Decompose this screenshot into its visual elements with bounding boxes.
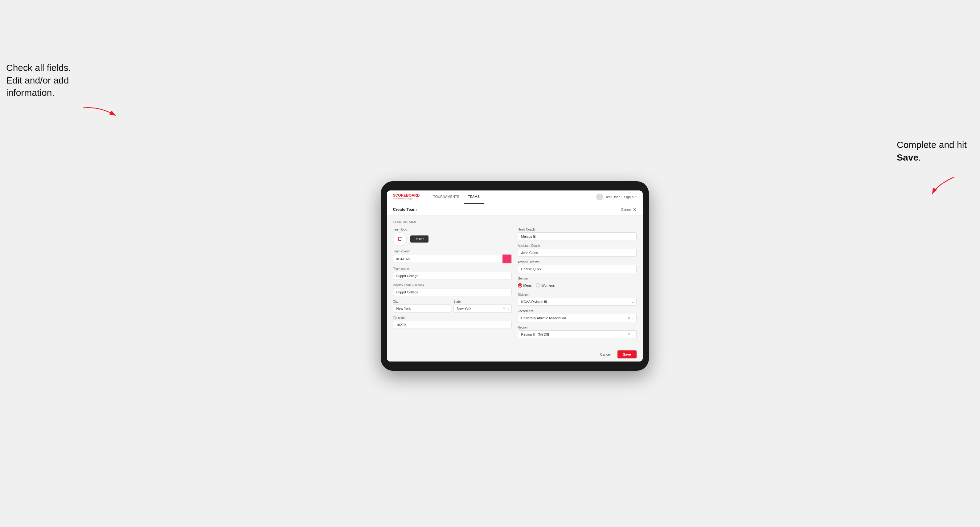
nav-bar: SCOREBOARD Powered by clippd TOURNAMENTS… <box>387 190 643 204</box>
womens-label: Womens <box>541 284 555 287</box>
division-group: Division ⌄ <box>518 293 636 306</box>
state-select-wrapper: ✕ ⌄ <box>453 305 512 313</box>
state-col: State ✕ ⌄ <box>453 300 512 313</box>
conference-group: Conference ✕ ⌄ <box>518 310 636 322</box>
tablet-screen: SCOREBOARD Powered by clippd TOURNAMENTS… <box>387 190 643 362</box>
head-coach-group: Head Coach <box>518 228 636 240</box>
left-column: Team logo C Upload Team colo <box>393 228 512 342</box>
logo-area: C Upload <box>393 232 512 246</box>
gender-label: Gender <box>518 277 636 280</box>
section-label: TEAM DETAILS <box>393 221 636 224</box>
womens-radio-dot <box>536 283 540 287</box>
display-name-group: Display name (unique) <box>393 284 512 296</box>
nav-right: Test User | Sign out <box>596 194 636 200</box>
city-state-group: City State ✕ ⌄ <box>393 300 512 313</box>
nav-logo-sub: Powered by clippd <box>393 198 420 200</box>
gender-mens-radio[interactable]: Mens <box>518 283 532 287</box>
colour-text-input[interactable] <box>393 255 503 263</box>
team-name-label: Team name <box>393 267 512 271</box>
athletic-director-group: Athletic Director <box>518 260 636 273</box>
close-icon: ✕ <box>633 207 636 212</box>
gender-radio-group: Mens Womens <box>518 281 636 289</box>
division-label: Division <box>518 293 636 297</box>
right-column: Head Coach Assistant Coach Athletic Dire… <box>518 228 636 342</box>
right-instruction: Complete and hit Save. <box>897 139 974 163</box>
tablet-frame: SCOREBOARD Powered by clippd TOURNAMENTS… <box>381 181 649 371</box>
colour-swatch[interactable] <box>503 254 512 264</box>
assistant-coach-label: Assistant Coach <box>518 244 636 248</box>
save-button[interactable]: Save <box>617 351 636 359</box>
nav-user: Test User | <box>605 195 622 199</box>
gender-group: Gender Mens Womens <box>518 277 636 289</box>
left-arrow <box>82 105 119 120</box>
division-input[interactable] <box>518 298 636 306</box>
assistant-coach-group: Assistant Coach <box>518 244 636 257</box>
city-input[interactable] <box>393 305 451 313</box>
zip-group: Zip code <box>393 316 512 329</box>
form-area: TEAM DETAILS Team logo C <box>387 216 643 347</box>
region-clear-icon[interactable]: ✕ <box>627 332 630 337</box>
team-colour-group: Team colour <box>393 250 512 264</box>
team-name-input[interactable] <box>393 272 512 280</box>
conference-input[interactable] <box>518 314 636 322</box>
athletic-director-label: Athletic Director <box>518 260 636 264</box>
page-title: Create Team <box>393 207 417 212</box>
zip-label: Zip code <box>393 316 512 320</box>
city-state-row: City State ✕ ⌄ <box>393 300 512 313</box>
right-arrow <box>928 176 955 197</box>
cancel-header-link[interactable]: Cancel ✕ <box>621 207 636 212</box>
nav-tab-teams[interactable]: TEAMS <box>464 190 484 204</box>
upload-button[interactable]: Upload <box>410 235 429 243</box>
nav-signout[interactable]: Sign out <box>624 195 636 199</box>
gender-womens-radio[interactable]: Womens <box>536 283 555 287</box>
mens-label: Mens <box>523 284 532 287</box>
mens-radio-dot <box>518 283 522 287</box>
team-colour-label: Team colour <box>393 250 512 253</box>
region-select-wrapper: ✕ ⌄ <box>518 330 636 338</box>
head-coach-input[interactable] <box>518 232 636 240</box>
nav-logo: SCOREBOARD Powered by clippd <box>393 194 420 200</box>
colour-input-row <box>393 254 512 264</box>
region-label: Region <box>518 326 636 329</box>
conference-select-wrapper: ✕ ⌄ <box>518 314 636 322</box>
form-footer: Cancel Save <box>387 347 643 362</box>
page-header: Create Team Cancel ✕ <box>387 204 643 216</box>
assistant-coach-input[interactable] <box>518 249 636 257</box>
two-col-layout: Team logo C Upload Team colo <box>393 228 636 342</box>
state-clear-icon[interactable]: ✕ <box>503 306 506 311</box>
team-name-group: Team name <box>393 267 512 280</box>
zip-input[interactable] <box>393 321 512 329</box>
head-coach-label: Head Coach <box>518 228 636 231</box>
nav-tabs: TOURNAMENTS TEAMS <box>429 190 596 204</box>
nav-tab-tournaments[interactable]: TOURNAMENTS <box>429 190 464 204</box>
user-avatar <box>596 194 603 200</box>
conference-clear-icon[interactable]: ✕ <box>627 316 630 320</box>
state-label: State <box>453 300 512 303</box>
athletic-director-input[interactable] <box>518 265 636 273</box>
left-instruction: Check all fields. Edit and/or add inform… <box>6 62 71 99</box>
region-group: Region ✕ ⌄ <box>518 326 636 338</box>
logo-preview: C <box>393 232 407 246</box>
cancel-button[interactable]: Cancel <box>597 351 614 358</box>
city-col: City <box>393 300 451 313</box>
team-logo-group: Team logo C Upload <box>393 228 512 246</box>
region-input[interactable] <box>518 330 636 338</box>
display-name-label: Display name (unique) <box>393 284 512 287</box>
team-logo-label: Team logo <box>393 228 512 231</box>
division-select-wrapper: ⌄ <box>518 298 636 306</box>
conference-label: Conference <box>518 310 636 313</box>
city-label: City <box>393 300 451 303</box>
page-content: Create Team Cancel ✕ TEAM DETAILS <box>387 204 643 362</box>
display-name-input[interactable] <box>393 288 512 296</box>
